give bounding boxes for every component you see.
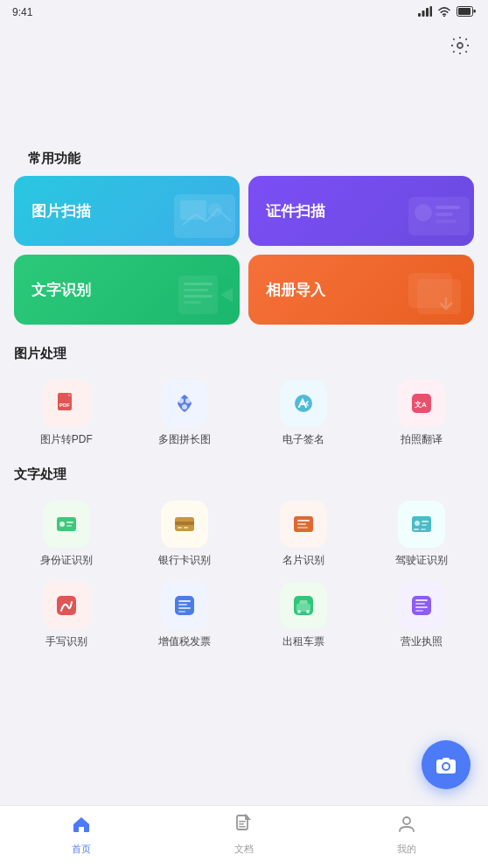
license-recog-icon-circle	[398, 500, 445, 548]
img-to-pdf-label: 图片转PDF	[40, 432, 93, 447]
img-scan-icon	[170, 190, 240, 246]
img-to-pdf-icon-circle: PDF	[43, 380, 90, 427]
image-icon-grid: PDF 图片转PDF 多图拼长图	[0, 371, 488, 452]
bank-recog-item[interactable]: 银行卡识别	[126, 492, 245, 573]
svg-rect-0	[418, 13, 421, 17]
id-scan-label: 证件扫描	[266, 201, 325, 221]
svg-rect-6	[458, 8, 471, 15]
id-recog-item[interactable]: 身份证识别	[7, 492, 126, 573]
album-import-icon	[404, 269, 474, 325]
multi-collage-icon-circle	[161, 380, 208, 427]
svg-rect-36	[175, 522, 194, 525]
svg-rect-17	[184, 283, 213, 285]
photo-translate-item[interactable]: 文A 拍照翻译	[363, 371, 482, 452]
svg-rect-20	[184, 301, 201, 304]
taxi-recog-icon-circle	[280, 582, 327, 629]
text-section-title: 文字处理	[0, 466, 488, 492]
album-import-label: 相册导入	[266, 280, 325, 300]
svg-rect-15	[436, 220, 457, 223]
svg-rect-51	[178, 600, 191, 602]
svg-rect-42	[297, 527, 308, 528]
battery-icon	[457, 6, 476, 19]
svg-rect-1	[422, 10, 425, 17]
status-bar: 9:41	[0, 0, 488, 24]
common-functions-section: 常用功能 图片扫描 证件扫描	[0, 150, 488, 339]
svg-rect-2	[426, 8, 429, 17]
svg-text:文A: 文A	[415, 400, 427, 409]
func-img-scan[interactable]: 图片扫描	[14, 176, 240, 246]
svg-rect-19	[184, 295, 213, 298]
svg-rect-63	[415, 610, 423, 612]
biz-recog-item[interactable]: 名片识别	[244, 492, 363, 573]
nav-docs[interactable]: 文档	[163, 814, 325, 861]
svg-rect-41	[297, 523, 306, 525]
biz-license-item[interactable]: 营业执照	[363, 573, 482, 654]
multi-collage-item[interactable]: 多图拼长图	[126, 371, 245, 452]
svg-rect-45	[422, 521, 429, 522]
img-to-pdf-item[interactable]: PDF 图片转PDF	[7, 371, 126, 452]
e-sign-item[interactable]: 电子签名	[244, 371, 363, 452]
settings-button[interactable]	[446, 32, 474, 60]
svg-point-32	[59, 522, 65, 527]
home-icon	[71, 814, 92, 840]
common-section-title: 常用功能	[14, 150, 474, 176]
nav-mine[interactable]: 我的	[325, 814, 488, 861]
svg-rect-22	[417, 279, 461, 314]
id-recog-label: 身份证识别	[40, 553, 93, 568]
svg-point-27	[182, 404, 187, 410]
bank-recog-icon-circle	[161, 500, 208, 548]
photo-translate-label: 拍照翻译	[401, 432, 443, 447]
svg-point-44	[415, 521, 420, 526]
svg-point-58	[306, 610, 310, 613]
svg-point-72	[403, 817, 410, 824]
svg-rect-52	[178, 604, 187, 606]
handwrite-recog-item[interactable]: 手写识别	[7, 573, 126, 654]
svg-rect-67	[443, 758, 450, 760]
svg-point-12	[415, 204, 432, 221]
func-id-scan[interactable]: 证件扫描	[248, 176, 474, 246]
text-ocr-icon	[170, 269, 240, 325]
svg-rect-46	[422, 524, 427, 526]
svg-rect-59	[412, 596, 431, 615]
invoice-recog-icon-circle	[161, 582, 208, 629]
docs-icon	[234, 814, 254, 840]
svg-rect-13	[436, 206, 460, 209]
nav-home[interactable]: 首页	[0, 814, 163, 861]
svg-rect-62	[415, 606, 428, 608]
svg-rect-47	[414, 528, 419, 530]
bottom-nav: 首页 文档 我的	[0, 805, 488, 868]
svg-point-10	[208, 203, 222, 217]
e-sign-icon-circle	[280, 380, 327, 427]
docs-label: 文档	[234, 843, 254, 856]
svg-point-7	[457, 43, 463, 48]
taxi-recog-item[interactable]: 出租车票	[244, 573, 363, 654]
time-display: 9:41	[12, 6, 32, 18]
func-text-ocr[interactable]: 文字识别	[14, 255, 240, 325]
e-sign-label: 电子签名	[282, 432, 324, 447]
handwrite-recog-label: 手写识别	[45, 634, 87, 649]
img-scan-label: 图片扫描	[31, 201, 91, 221]
svg-rect-53	[178, 607, 191, 609]
svg-point-26	[185, 398, 191, 403]
signal-icon	[418, 6, 432, 19]
mine-label: 我的	[397, 843, 416, 856]
handwrite-recog-icon-circle	[43, 582, 90, 629]
svg-text:PDF: PDF	[59, 402, 70, 408]
func-album-import[interactable]: 相册导入	[248, 255, 474, 325]
svg-point-66	[443, 764, 449, 769]
id-scan-icon	[404, 190, 474, 246]
home-label: 首页	[72, 843, 91, 856]
license-recog-item[interactable]: 驾驶证识别	[363, 492, 482, 573]
photo-translate-icon-circle: 文A	[398, 380, 445, 427]
id-recog-icon-circle	[43, 500, 90, 548]
status-icons	[418, 6, 476, 19]
text-icon-grid: 身份证识别 银行卡识别 名片	[0, 492, 488, 654]
svg-rect-61	[415, 603, 425, 605]
svg-rect-48	[421, 528, 426, 530]
svg-rect-33	[66, 522, 73, 523]
wifi-icon	[437, 6, 451, 19]
invoice-recog-item[interactable]: 增值税发票	[126, 573, 245, 654]
license-recog-label: 驾驶证识别	[395, 553, 448, 568]
camera-fab[interactable]	[422, 740, 471, 789]
svg-point-4	[443, 15, 445, 17]
